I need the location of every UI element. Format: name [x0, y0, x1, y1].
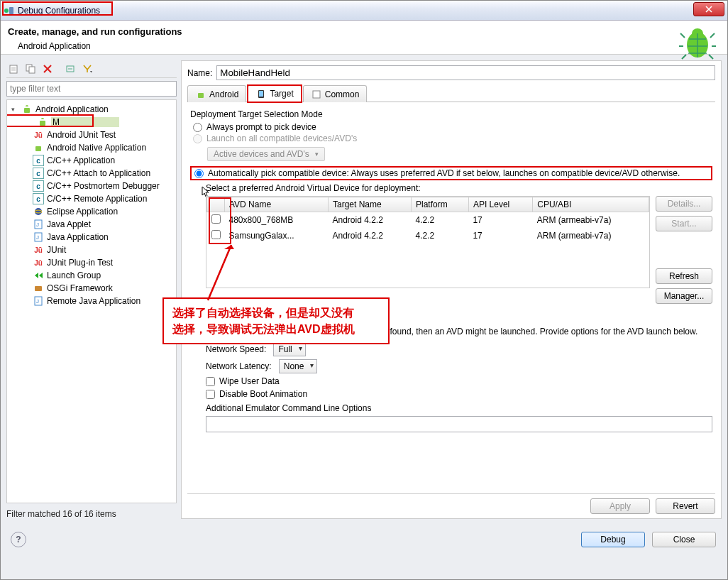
- c-icon: c: [33, 155, 44, 166]
- tree-item[interactable]: JJava Application: [9, 231, 175, 244]
- osgi-icon: [33, 283, 44, 294]
- manager-button[interactable]: Manager...: [656, 288, 712, 304]
- col-platform[interactable]: Platform: [411, 197, 468, 212]
- tree-item[interactable]: Eclipse Application: [9, 205, 175, 218]
- network-latency-combo[interactable]: None: [279, 359, 318, 373]
- svg-rect-6: [29, 67, 35, 73]
- cell: SamsungGalax...: [225, 228, 329, 244]
- cell: ARM (armeabi-v7a): [533, 212, 649, 229]
- android-icon: [33, 142, 44, 153]
- start-button[interactable]: Start...: [656, 216, 712, 231]
- checkbox-label: Disable Boot Animation: [219, 389, 307, 399]
- cell: ARM (armeabi-v7a): [533, 228, 649, 244]
- config-tree[interactable]: ▾ Android Application M JūAndroid JUnit …: [6, 99, 177, 503]
- help-button[interactable]: ?: [11, 532, 26, 547]
- active-devices-dropdown: Active devices and AVD's ▾: [207, 147, 325, 161]
- tree-label: Remote Java Application: [47, 296, 140, 306]
- col-target-name[interactable]: Target Name: [328, 197, 411, 212]
- refresh-button[interactable]: Refresh: [656, 268, 712, 284]
- chevron-down-icon: ▾: [315, 151, 319, 158]
- titlebar: Debug Configurations: [1, 1, 727, 21]
- avd-table[interactable]: AVD Name Target Name Platform API Level …: [206, 196, 650, 288]
- junit-android-icon: Jū: [33, 129, 44, 141]
- delete-config-button[interactable]: [40, 62, 55, 76]
- tree-label: Android JUnit Test: [47, 130, 116, 140]
- tree-item[interactable]: cC/C++ Postmortem Debugger: [9, 180, 175, 192]
- details-button[interactable]: Details...: [656, 196, 712, 212]
- java-page-icon: J: [33, 295, 44, 307]
- avd-row[interactable]: 480x800_768MB Android 4.2.2 4.2.2 17 ARM…: [207, 212, 649, 229]
- dialog-footer: ? Debug Close: [1, 525, 727, 557]
- tree-item[interactable]: JūJUnit Plug-in Test: [9, 256, 175, 269]
- c-icon: c: [33, 180, 44, 192]
- extra-options-label: Additional Emulator Command Line Options: [206, 403, 712, 413]
- avd-select-label: Select a preferred Android Virtual Devic…: [206, 183, 712, 193]
- left-pane: ▾ Android Application M JūAndroid JUnit …: [6, 60, 177, 519]
- dropdown-label: Active devices and AVD's: [214, 149, 309, 159]
- tree-item[interactable]: JūAndroid JUnit Test: [9, 128, 175, 141]
- junit-plugin-icon: Jū: [33, 257, 44, 268]
- left-toolbar: [6, 60, 177, 78]
- config-name-input[interactable]: [216, 65, 715, 80]
- apply-button[interactable]: Apply: [590, 498, 650, 514]
- tree-label: Java Application: [47, 232, 109, 242]
- col-avd-name[interactable]: AVD Name: [225, 197, 329, 212]
- collapse-all-button[interactable]: [63, 62, 77, 76]
- tree-twisty-icon[interactable]: ▾: [11, 106, 18, 113]
- tree-item[interactable]: JRemote Java Application: [9, 295, 175, 307]
- new-config-button[interactable]: [6, 62, 21, 76]
- tree-item[interactable]: Android Native Application: [9, 141, 175, 154]
- tree-item[interactable]: JūJUnit: [9, 244, 175, 256]
- avd-row-checkbox[interactable]: [211, 214, 221, 224]
- tree-label: Android Native Application: [47, 143, 146, 153]
- avd-row-checkbox[interactable]: [211, 230, 221, 239]
- svg-point-11: [35, 208, 42, 215]
- tree-item[interactable]: cC/C++ Attach to Application: [9, 167, 175, 180]
- tree-item[interactable]: JJava Applet: [9, 218, 175, 231]
- android-icon: [37, 116, 48, 128]
- right-pane: Name: Android Target Common Deployment T…: [181, 60, 722, 519]
- tree-label: Java Applet: [47, 219, 91, 229]
- apply-row: Apply Revert: [187, 493, 715, 514]
- tab-common[interactable]: Common: [303, 85, 368, 102]
- tree-item[interactable]: Launch Group: [9, 269, 175, 282]
- col-cpu-abi[interactable]: CPU/ABI: [533, 197, 649, 212]
- tab-label: Android: [209, 89, 238, 99]
- close-icon: [705, 6, 712, 13]
- svg-rect-9: [40, 121, 45, 126]
- radio-auto-pick[interactable]: Automatically pick compatible device: Al…: [190, 166, 712, 180]
- tab-android[interactable]: Android: [187, 85, 246, 102]
- tab-target[interactable]: Target: [248, 85, 301, 102]
- debug-button[interactable]: Debug: [581, 532, 645, 547]
- svg-rect-10: [35, 146, 41, 151]
- dialog-heading: Create, manage, and run configurations: [8, 26, 182, 37]
- col-api-level[interactable]: API Level: [468, 197, 532, 212]
- duplicate-config-button[interactable]: [23, 62, 38, 76]
- svg-text:J: J: [36, 298, 39, 305]
- main-area: ▾ Android Application M JūAndroid JUnit …: [1, 55, 727, 525]
- radio-launch-all[interactable]: Launch on all compatible devices/AVD's: [193, 133, 712, 143]
- wipe-user-data-checkbox[interactable]: Wipe User Data: [206, 376, 712, 386]
- tree-item-selected-config[interactable]: M: [9, 116, 175, 128]
- tab-label: Common: [325, 89, 360, 99]
- network-latency-label: Network Latency:: [206, 361, 272, 371]
- tree-item[interactable]: cC/C++ Remote Application: [9, 192, 175, 205]
- java-page-icon: J: [33, 219, 44, 230]
- close-button[interactable]: Close: [652, 532, 716, 547]
- annotation-callout: 选择了自动选择设备，但是却又没有 选择，导致调试无法弹出AVD虚拟机: [162, 297, 390, 344]
- combo-value: Full: [278, 344, 292, 354]
- tree-item[interactable]: cC/C++ Application: [9, 154, 175, 167]
- disable-boot-anim-checkbox[interactable]: Disable Boot Animation: [206, 389, 712, 399]
- filter-text-input[interactable]: [6, 81, 177, 97]
- window-close-button[interactable]: [693, 2, 724, 16]
- avd-row[interactable]: SamsungGalax... Android 4.2.2 4.2.2 17 A…: [207, 228, 649, 244]
- extra-options-input[interactable]: [206, 416, 712, 432]
- tree-item[interactable]: OSGi Framework: [9, 282, 175, 295]
- radio-auto-pick-input[interactable]: [194, 169, 204, 178]
- tree-item-android-application[interactable]: ▾ Android Application: [9, 103, 175, 116]
- tree-label: Android Application: [35, 104, 109, 114]
- revert-button[interactable]: Revert: [656, 498, 715, 514]
- radio-always-prompt[interactable]: Always prompt to pick device: [193, 122, 712, 132]
- cell: 4.2.2: [411, 212, 468, 229]
- filter-menu-button[interactable]: [80, 62, 94, 76]
